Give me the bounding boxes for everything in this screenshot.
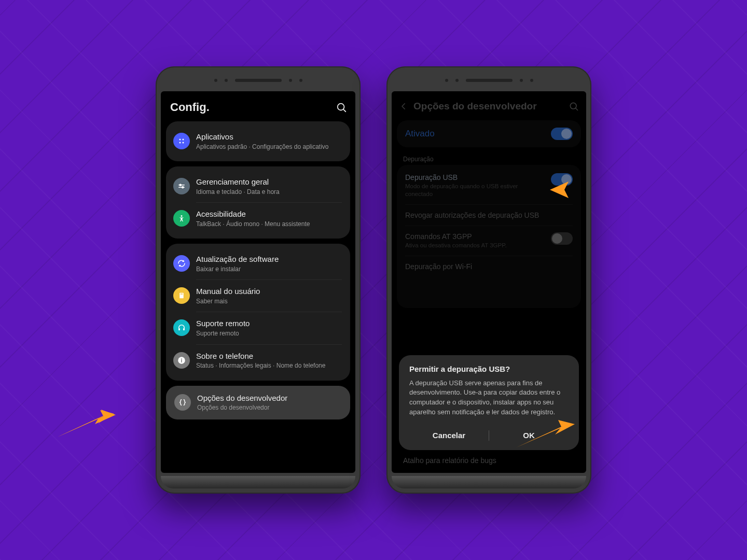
row-subtitle: Suporte remoto — [196, 330, 342, 338]
settings-group-general: Gerenciamento geral Idioma e teclado · D… — [166, 166, 350, 239]
settings-row-acessibilidade[interactable]: Acessibilidade TalkBack · Áudio mono · M… — [166, 204, 350, 233]
settings-row-aplicativos[interactable]: Aplicativos Aplicativos padrão · Configu… — [166, 127, 350, 156]
row-subtitle: Aplicativos padrão · Configurações do ap… — [196, 143, 342, 151]
phone-earpiece — [214, 79, 302, 82]
screen-left: Config. Aplicativos Aplicativos padrão ·… — [161, 91, 355, 473]
phone-earpiece — [445, 79, 533, 82]
row-title: Acessibilidade — [196, 209, 342, 219]
braces-icon — [174, 394, 191, 411]
row-title: Aplicativos — [196, 132, 342, 142]
svg-point-10 — [181, 215, 183, 217]
row-subtitle: Idioma e teclado · Data e hora — [196, 188, 342, 197]
row-title: Opções do desenvolvedor — [197, 393, 342, 403]
svg-point-3 — [183, 139, 184, 141]
dialog-title: Permitir a depuração USB? — [409, 365, 569, 373]
info-icon: i — [173, 352, 190, 369]
row-separator — [196, 312, 342, 312]
settings-row-manual-usuario[interactable]: Manual do usuário Saber mais — [166, 281, 350, 311]
row-title: Suporte remoto — [196, 318, 342, 329]
svg-point-5 — [183, 142, 184, 144]
phone-chin — [161, 476, 355, 488]
settings-row-gerenciamento-geral[interactable]: Gerenciamento geral Idioma e teclado · D… — [166, 172, 350, 201]
search-icon[interactable] — [336, 102, 347, 113]
settings-title: Config. — [170, 101, 210, 114]
row-subtitle: Baixar e instalar — [196, 265, 342, 274]
row-subtitle: Opções do desenvolvedor — [197, 404, 342, 412]
settings-header: Config. — [161, 91, 355, 116]
svg-point-2 — [179, 139, 181, 141]
settings-group-apps: Aplicativos Aplicativos padrão · Configu… — [166, 121, 350, 161]
svg-point-9 — [182, 187, 184, 188]
phone-chin — [392, 476, 586, 488]
dialog-cancel-button[interactable]: Cancelar — [409, 425, 489, 446]
row-atalho-bugs[interactable]: Atalho para relatório de bugs — [392, 451, 586, 470]
dialog-body: A depuração USB serve apenas para fins d… — [409, 379, 569, 417]
svg-rect-12 — [181, 294, 183, 295]
screen-right: Opções do desenvolvedor Ativado Depuraçã… — [392, 91, 586, 473]
settings-row-sobre-telefone[interactable]: i Sobre o telefone Status · Informações … — [166, 346, 350, 375]
sliders-icon — [173, 178, 190, 194]
settings-row-atualizacao-software[interactable]: Atualização de software Baixar e instala… — [166, 249, 350, 278]
dialog-ok-button[interactable]: OK — [489, 425, 569, 446]
svg-rect-14 — [183, 328, 185, 331]
svg-point-8 — [179, 184, 181, 186]
update-icon — [173, 255, 190, 272]
row-separator — [196, 344, 342, 345]
row-title: Manual do usuário — [196, 286, 342, 297]
row-subtitle: Status · Informações legais · Nome do te… — [196, 362, 342, 370]
svg-point-4 — [179, 142, 181, 144]
row-title: Sobre o telefone — [196, 351, 342, 361]
svg-text:i: i — [181, 357, 183, 363]
usb-debug-dialog: Permitir a depuração USB? A depuração US… — [399, 355, 579, 450]
apps-icon — [173, 133, 190, 149]
settings-row-opcoes-desenvolvedor[interactable]: Opções do desenvolvedor Opções do desenv… — [166, 386, 350, 419]
row-separator — [196, 202, 342, 203]
row-subtitle: Saber mais — [196, 298, 342, 306]
headset-icon — [173, 319, 190, 336]
phone-right: Opções do desenvolvedor Ativado Depuraçã… — [386, 66, 591, 494]
row-separator — [196, 279, 342, 280]
svg-line-1 — [343, 109, 345, 111]
settings-row-suporte-remoto[interactable]: Suporte remoto Suporte remoto — [166, 313, 350, 343]
settings-group-system: Atualização de software Baixar e instala… — [166, 244, 350, 380]
accessibility-icon — [173, 210, 190, 227]
svg-rect-13 — [178, 328, 180, 331]
row-title: Gerenciamento geral — [196, 177, 342, 187]
phone-left: Config. Aplicativos Aplicativos padrão ·… — [156, 66, 361, 494]
row-title: Atualização de software — [196, 254, 342, 264]
manual-icon — [173, 287, 190, 304]
row-subtitle: TalkBack · Áudio mono · Menu assistente — [196, 220, 342, 229]
